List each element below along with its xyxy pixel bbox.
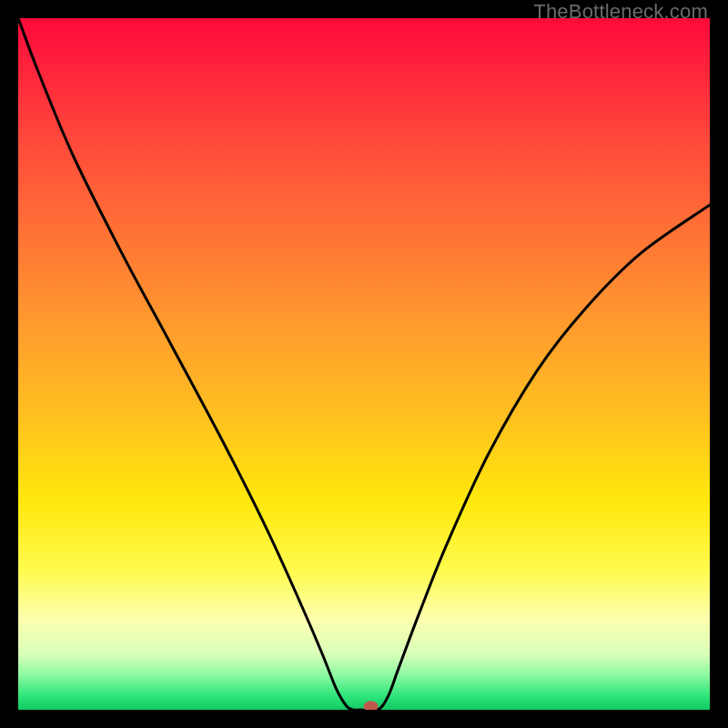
bottleneck-curve	[18, 18, 710, 710]
bottleneck-curve-svg	[18, 18, 710, 710]
watermark-text: TheBottleneck.com	[533, 0, 708, 24]
chart-frame: TheBottleneck.com	[0, 0, 728, 728]
optimal-point-marker	[364, 701, 379, 710]
